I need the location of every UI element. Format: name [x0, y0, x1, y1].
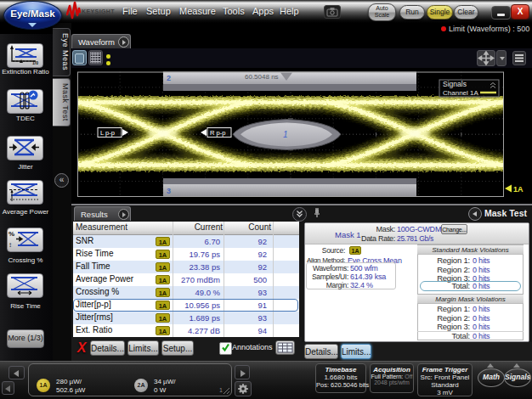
svg-text:1/0: 1/0	[32, 60, 38, 65]
svg-text:2: 2	[167, 74, 171, 82]
svg-text:60.5048 ns: 60.5048 ns	[245, 73, 279, 81]
svg-text:1A: 1A	[513, 185, 524, 194]
svg-text:L p-p: L p-p	[100, 129, 115, 137]
svg-text:3: 3	[167, 187, 171, 195]
svg-text:↕: ↕	[8, 241, 12, 249]
svg-text:Signals: Signals	[443, 80, 467, 88]
svg-text:%: %	[8, 230, 14, 238]
svg-text:Channel 1A: Channel 1A	[443, 89, 478, 97]
svg-text:1: 1	[283, 130, 288, 139]
svg-text:R p-p: R p-p	[210, 129, 225, 137]
